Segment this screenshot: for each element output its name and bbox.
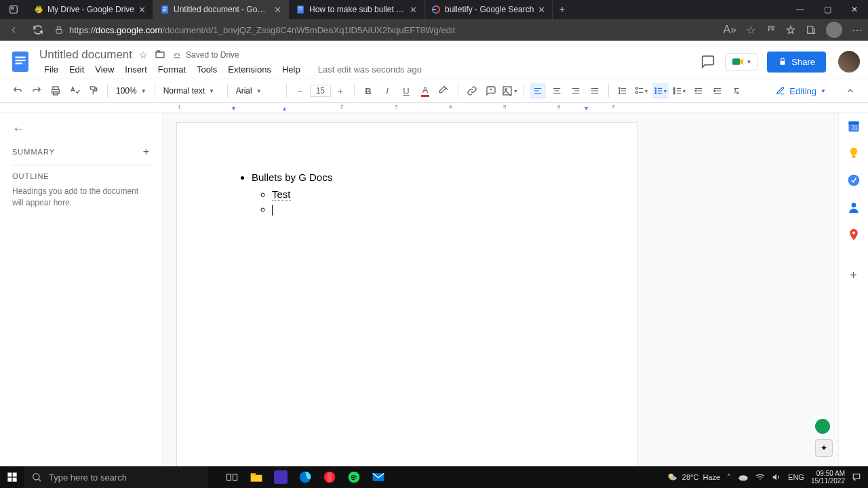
- tab-docs-active[interactable]: Untitled document - Google Docs ✕: [153, 0, 289, 19]
- undo-button[interactable]: [9, 83, 26, 99]
- indent-marker-first[interactable]: ▴: [283, 104, 286, 112]
- explorer-icon[interactable]: [245, 466, 267, 488]
- document-title[interactable]: Untitled document: [39, 48, 132, 62]
- favorite-icon[interactable]: ☆: [746, 24, 755, 37]
- collections-icon[interactable]: [806, 24, 816, 35]
- bullet-level-2[interactable]: Test: [272, 187, 576, 203]
- add-summary-button[interactable]: +: [143, 146, 150, 158]
- paint-format-button[interactable]: [85, 83, 102, 99]
- indent-marker-left[interactable]: ▾: [232, 104, 235, 112]
- indent-decrease-button[interactable]: [690, 83, 707, 99]
- clock[interactable]: 09:50 AM 15/11/2022: [811, 470, 845, 485]
- align-left-button[interactable]: [530, 83, 546, 99]
- add-on-button[interactable]: +: [850, 268, 857, 283]
- contacts-icon[interactable]: [847, 201, 861, 214]
- refresh-button[interactable]: [30, 24, 46, 35]
- ruler[interactable]: 1 ▾ ▴ 2 3 4 5 6 ▾ 7: [0, 103, 868, 113]
- maps-icon[interactable]: [847, 228, 861, 241]
- last-edit-text[interactable]: Last edit was seconds ago: [313, 63, 427, 76]
- back-button[interactable]: [5, 24, 22, 35]
- taskview-icon[interactable]: [221, 466, 243, 488]
- tab-search[interactable]: bulletify - Google Search ✕: [425, 0, 553, 19]
- font-increase-button[interactable]: +: [332, 83, 349, 99]
- menu-view[interactable]: View: [90, 63, 119, 76]
- keep-icon[interactable]: [847, 146, 861, 160]
- editing-mode-button[interactable]: Editing ▼: [769, 83, 833, 99]
- menu-format[interactable]: Format: [153, 63, 191, 76]
- favorites-icon[interactable]: [785, 24, 796, 35]
- font-select[interactable]: Arial▼: [233, 85, 281, 97]
- clear-format-button[interactable]: [728, 83, 745, 99]
- bullet-level-2-cursor[interactable]: [272, 202, 576, 218]
- font-size-input[interactable]: 15: [310, 85, 331, 97]
- amazon-music-icon[interactable]: [270, 466, 292, 488]
- spotify-icon[interactable]: [343, 466, 365, 488]
- align-center-button[interactable]: [549, 83, 565, 99]
- underline-button[interactable]: U: [398, 83, 414, 99]
- move-icon[interactable]: [155, 49, 165, 60]
- wifi-icon[interactable]: [755, 472, 765, 482]
- extensions-icon[interactable]: [765, 24, 776, 35]
- menu-help[interactable]: Help: [277, 63, 305, 76]
- menu-insert[interactable]: Insert: [120, 63, 152, 76]
- highlight-button[interactable]: [436, 83, 452, 99]
- style-select[interactable]: Normal text▼: [161, 85, 222, 97]
- menu-file[interactable]: File: [39, 63, 63, 76]
- start-button[interactable]: [0, 472, 24, 483]
- bullet-level-1[interactable]: Bullets by G Docs Test: [252, 170, 576, 218]
- italic-button[interactable]: I: [379, 83, 395, 99]
- tasks-icon[interactable]: [847, 174, 861, 187]
- close-icon[interactable]: ✕: [538, 5, 545, 15]
- indent-marker-right[interactable]: ▾: [585, 104, 588, 112]
- url-bar[interactable]: https://docs.google.com/document/d/1_bnv…: [54, 25, 715, 35]
- user-avatar[interactable]: [838, 51, 860, 73]
- collapse-toolbar-button[interactable]: [842, 83, 859, 99]
- language-indicator[interactable]: ENG: [788, 473, 804, 481]
- spellcheck-button[interactable]: [66, 83, 83, 99]
- line-spacing-button[interactable]: [614, 83, 631, 99]
- reader-icon[interactable]: A»: [723, 24, 736, 36]
- bold-button[interactable]: B: [360, 83, 376, 99]
- zoom-select[interactable]: 100%▼: [113, 85, 149, 97]
- menu-edit[interactable]: Edit: [64, 63, 89, 76]
- close-window-button[interactable]: ✕: [841, 5, 868, 14]
- browser-profile-avatar[interactable]: [826, 22, 842, 38]
- opera-icon[interactable]: [319, 466, 340, 488]
- align-justify-button[interactable]: [587, 83, 603, 99]
- tab-drive[interactable]: My Drive - Google Drive ✕: [27, 0, 153, 19]
- more-icon[interactable]: ⋯: [852, 24, 863, 37]
- edge-icon[interactable]: [294, 466, 316, 488]
- print-button[interactable]: [47, 83, 64, 99]
- text-color-button[interactable]: A: [417, 83, 433, 99]
- grammarly-icon[interactable]: [815, 419, 830, 434]
- minimize-button[interactable]: —: [787, 5, 814, 14]
- calendar-icon[interactable]: 31: [847, 119, 861, 133]
- align-right-button[interactable]: [568, 83, 584, 99]
- numbered-list-button[interactable]: 123▼: [671, 83, 688, 99]
- new-tab-button[interactable]: ＋: [553, 0, 572, 19]
- weather-widget[interactable]: 28°C Haze: [666, 471, 720, 483]
- explore-button[interactable]: ✦: [815, 439, 833, 457]
- outline-collapse-button[interactable]: ←: [12, 122, 150, 136]
- star-icon[interactable]: ☆: [139, 49, 148, 60]
- close-icon[interactable]: ✕: [274, 5, 281, 15]
- comments-icon[interactable]: [701, 54, 715, 69]
- mail-icon[interactable]: [368, 466, 389, 488]
- taskbar-search[interactable]: Type here to search: [24, 466, 208, 488]
- image-button[interactable]: ▼: [502, 83, 518, 99]
- document-canvas[interactable]: Bullets by G Docs Test: [163, 113, 838, 488]
- bullet-list-button[interactable]: ▼: [652, 83, 669, 99]
- indent-increase-button[interactable]: [709, 83, 726, 99]
- onedrive-icon[interactable]: [738, 473, 749, 481]
- tray-chevron-icon[interactable]: ˄: [727, 473, 731, 482]
- tab-actions-icon[interactable]: [0, 5, 27, 14]
- volume-icon[interactable]: [772, 472, 781, 482]
- comment-button[interactable]: [483, 83, 499, 99]
- close-icon[interactable]: ✕: [410, 5, 417, 15]
- tab-howto[interactable]: How to make sub bullet points in ✕: [289, 0, 425, 19]
- maximize-button[interactable]: ▢: [814, 5, 841, 14]
- docs-logo-icon[interactable]: [8, 49, 33, 74]
- link-button[interactable]: [464, 83, 480, 99]
- notifications-icon[interactable]: [852, 472, 861, 482]
- menu-extensions[interactable]: Extensions: [223, 63, 276, 76]
